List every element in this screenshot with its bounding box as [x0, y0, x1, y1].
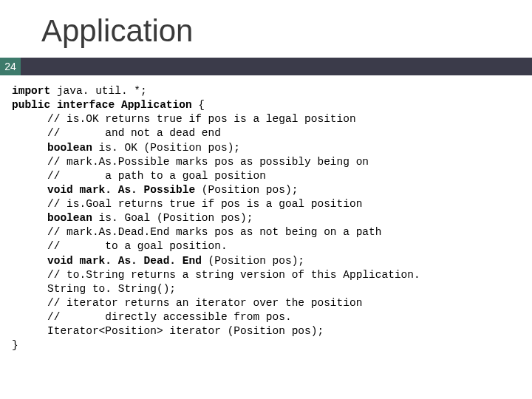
code-line: boolean is. Goal (Position pos);	[12, 211, 520, 225]
code-line: String to. String();	[12, 282, 520, 296]
kw-import: import	[12, 85, 50, 97]
code-line: Iterator<Position> iterator (Position po…	[12, 324, 520, 338]
page-badge-row: 24	[0, 58, 532, 75]
code-comment: // a path to a goal position	[12, 169, 520, 183]
code-comment: // to a goal position.	[12, 239, 520, 253]
kw-void: void mark. As. Dead. End	[47, 255, 202, 267]
code-text: (Position pos);	[202, 255, 304, 267]
code-line: void mark. As. Dead. End (Position pos);	[12, 254, 520, 268]
code-line: void mark. As. Possible (Position pos);	[12, 183, 520, 197]
code-comment: // directly accessible from pos.	[12, 310, 520, 324]
kw-void: void mark. As. Possible	[47, 184, 195, 196]
code-comment: // is.OK returns true if pos is a legal …	[12, 112, 520, 126]
code-text: (Position pos);	[195, 184, 298, 196]
slide-title: Application	[41, 13, 532, 49]
code-text: is. Goal (Position pos);	[92, 212, 253, 224]
code-comment: // and not a dead end	[12, 126, 520, 140]
kw-boolean: boolean	[47, 142, 92, 154]
code-text: is. OK (Position pos);	[92, 142, 240, 154]
code-line: boolean is. OK (Position pos);	[12, 141, 520, 155]
kw-boolean: boolean	[47, 212, 92, 224]
code-comment: // mark.As.Possible marks pos as possibl…	[12, 155, 520, 169]
code-text: java. util. *;	[50, 85, 147, 97]
code-comment: // iterator returns an iterator over the…	[12, 296, 520, 310]
code-comment: // mark.As.Dead.End marks pos as not bei…	[12, 225, 520, 239]
page-number-badge: 24	[0, 58, 21, 75]
kw-public-interface: public interface Application	[12, 99, 192, 111]
badge-bar	[21, 58, 532, 75]
code-brace: }	[12, 339, 18, 351]
code-comment: // to.String returns a string version of…	[12, 268, 520, 282]
code-block: import java. util. *; public interface A…	[0, 84, 532, 352]
code-text: {	[192, 99, 205, 111]
code-comment: // is.Goal returns true if pos is a goal…	[12, 197, 520, 211]
title-area: Application	[0, 0, 532, 58]
